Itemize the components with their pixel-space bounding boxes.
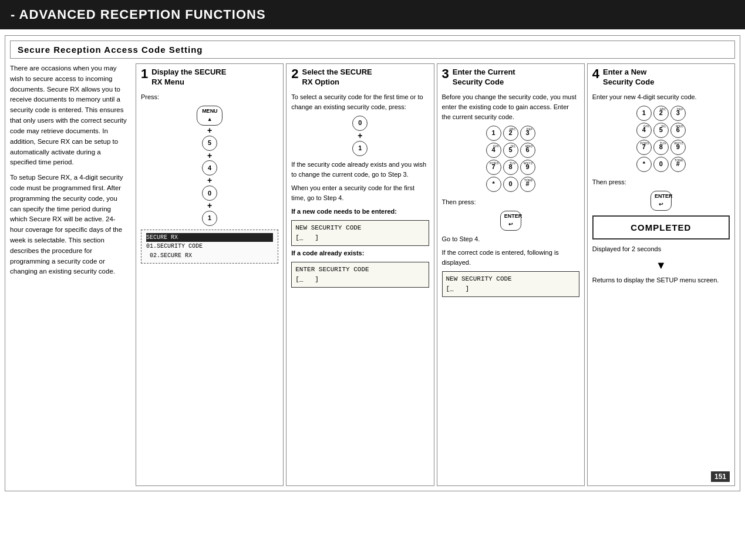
intro-para2: To setup Secure RX, a 4-digit security c… [10, 173, 129, 277]
completed-box: COMPLETED [592, 215, 730, 239]
keypad-row-2: 4GHI 5JKL 6MNO [486, 143, 535, 158]
key-3c: 3DEF [670, 106, 686, 121]
step-2-body2: If the security code already exists and … [291, 160, 429, 180]
key-7b: 7PQRS [486, 160, 501, 175]
step-2-lcd-new: NEW SECURITY CODE [_ ] [291, 220, 429, 246]
step-3-column: 3 Enter the CurrentSecurity Code Before … [437, 63, 585, 486]
arrow-down-icon: ▼ [592, 258, 730, 274]
page-number: 151 [711, 471, 730, 482]
step-3-lcd: NEW SECURITY CODE [_ ] [442, 271, 579, 297]
key-star-c: * [636, 157, 652, 172]
keypad-row-1: 1 2ABC 3DEF [486, 126, 535, 141]
menu-line-1: SECURE RX [146, 233, 273, 242]
key-0: 0 [202, 185, 217, 201]
step-2-column: 2 Select the SECURERX Option To select a… [286, 63, 434, 486]
plus-3: + [207, 176, 212, 185]
key-9b: 9WXYZ [520, 160, 535, 175]
intro-column: There are occasions when you may wish to… [10, 63, 133, 282]
step-2-num: 2 [291, 68, 298, 80]
step-4-then-press: Then press: [592, 177, 730, 187]
plus-4: + [207, 201, 212, 211]
step-4-title: Enter a NewSecurity Code [603, 68, 654, 87]
key-2c: 2ABC [653, 106, 669, 121]
keypad4-row-3: 7PQRS 8TUV 9WXYZ [636, 140, 686, 155]
key-0b: 0 [503, 177, 518, 192]
key-1b: 1 [486, 126, 501, 141]
step-3-goto: Go to Step 4. [442, 234, 579, 244]
key-4c: 4GHI [636, 123, 652, 138]
page-header: - ADVANCED RECEPTION FUNCTIONS [0, 0, 745, 29]
step-2-body3: When you enter a security code for the f… [291, 183, 429, 203]
key-5c: 5JKL [653, 123, 669, 138]
keypad4-row-4: * 0 #TONE [636, 157, 686, 172]
step-3-then-press: Then press: [442, 197, 579, 207]
key-1c: 1 [636, 106, 652, 121]
step-4-num: 4 [592, 68, 599, 80]
key-4b: 4GHI [486, 143, 501, 158]
step-1-press-label: Press: [141, 92, 278, 102]
key-6c: 6MNO [670, 123, 686, 138]
step-1-title: Display the SECURERX Menu [151, 68, 226, 87]
key-0c: 0 [653, 157, 669, 172]
step-1-num: 1 [141, 68, 148, 80]
key-1: 1 [202, 211, 217, 226]
step-4-body1: Enter your new 4-digit security code. [592, 92, 730, 102]
plus-1: + [207, 126, 212, 136]
returns-label: Returns to display the SETUP menu screen… [592, 275, 730, 285]
key-8b: 8TUV [503, 160, 518, 175]
key-star-b: * [486, 177, 501, 192]
section-title: Secure Reception Access Code Setting [10, 41, 735, 59]
step-4-keypad: 1 2ABC 3DEF 4GHI 5JKL 6MNO 7PQRS 8TUV 9W… [592, 106, 730, 174]
step-3-enter: ENTER↩ [442, 211, 579, 231]
step-2-new-label: If a new code needs to be entered: [291, 208, 397, 215]
plus-5: + [358, 131, 362, 141]
step-3-num: 3 [442, 68, 449, 80]
step-4-column: 4 Enter a NewSecurity Code Enter your ne… [587, 63, 735, 486]
key-0a: 0 [352, 116, 368, 131]
key-8c: 8TUV [653, 140, 669, 155]
enter-btn-4: ENTER↩ [650, 191, 672, 211]
step-3-keypad: 1 2ABC 3DEF 4GHI 5JKL 6MNO 7PQRS 8TUV 9W… [442, 126, 579, 194]
step-2-existing-label: If a code already exists: [291, 249, 364, 257]
key-hash-b: #TONE [520, 177, 535, 192]
intro-para1: There are occasions when you may wish to… [10, 63, 129, 168]
step-1-keypad: MENU▲ + 5 + 4 + 0 + 1 [141, 106, 278, 226]
keypad4-row-2: 4GHI 5JKL 6MNO [636, 123, 686, 138]
plus-2: + [207, 151, 212, 161]
key-hash-c: #TONE [670, 157, 686, 172]
step-3-title: Enter the CurrentSecurity Code [453, 68, 515, 87]
enter-btn-3: ENTER↩ [500, 211, 521, 231]
step-4-enter: ENTER↩ [592, 191, 730, 211]
step-2-body1: To select a security code for the first … [291, 92, 429, 112]
key-7c: 7PQRS [636, 140, 652, 155]
key-5: 5 [202, 136, 217, 151]
key-5b: 5JKL [503, 143, 518, 158]
keypad-row-4: * 0 #TONE [486, 177, 535, 192]
keypad4-row-1: 1 2ABC 3DEF [636, 106, 686, 121]
step-2-title: Select the SECURERX Option [302, 68, 372, 87]
key-6b: 6MNO [520, 143, 535, 158]
key-2b: 2ABC [503, 126, 518, 141]
menu-line-2: 01.SECURITY CODE [146, 242, 273, 251]
key-3b: 3DEF [520, 126, 535, 141]
key-4: 4 [202, 160, 217, 176]
key-1a: 1 [352, 141, 368, 156]
step-1-menu-display: SECURE RX 01.SECURITY CODE 02.SECURE RX [141, 230, 278, 264]
step-1-column: 1 Display the SECURERX Menu Press: MENU▲… [136, 63, 284, 486]
menu-key: MENU▲ [197, 106, 223, 126]
key-9c: 9WXYZ [670, 140, 686, 155]
menu-line-3: 02.SECURE RX [146, 251, 273, 261]
keypad-row-3: 7PQRS 8TUV 9WXYZ [486, 160, 535, 175]
displayed-label: Displayed for 2 seconds [592, 244, 730, 254]
step-3-body2: If the correct code is entered, followin… [442, 248, 579, 268]
step-3-body1: Before you change the security code, you… [442, 92, 579, 122]
step-2-keys: 0 + 1 [291, 116, 429, 156]
page-content: Secure Reception Access Code Setting The… [5, 35, 740, 491]
step-2-lcd-existing: ENTER SECURITY CODE [_ ] [291, 262, 429, 288]
